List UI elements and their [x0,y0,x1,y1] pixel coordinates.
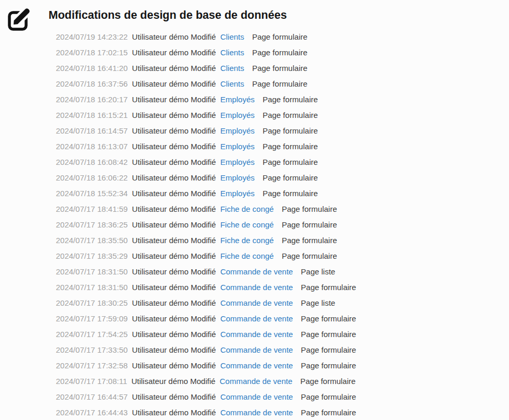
page-type: Page formulaire [282,220,337,229]
page-type: Page formulaire [301,392,356,401]
log-row: 2024/07/18 16:06:22 Utilisateur démo Mod… [56,170,505,186]
log-row: 2024/07/17 18:31:50 Utilisateur démo Mod… [56,264,505,280]
page-type: Page formulaire [252,48,307,57]
sheet-link[interactable]: Commande de vente [220,345,293,354]
log-row: 2024/07/18 16:13:07 Utilisateur démo Mod… [56,139,505,154]
page-type: Page formulaire [252,32,307,41]
user-action-text: Utilisateur démo Modifié [132,236,216,245]
log-row: 2024/07/17 17:33:50 Utilisateur démo Mod… [56,342,505,358]
log-row: 2024/07/18 16:15:21 Utilisateur démo Mod… [56,107,505,123]
sheet-link[interactable]: Fiche de congé [220,205,274,213]
user-action-text: Utilisateur démo Modifié [132,267,216,276]
sheet-link[interactable]: Employés [220,173,255,182]
user-action-text: Utilisateur démo Modifié [132,361,216,370]
timestamp: 2024/07/17 18:30:25 [56,298,128,307]
sheet-link[interactable]: Commande de vente [220,267,293,276]
log-row: 2024/07/18 16:20:17 Utilisateur démo Mod… [56,92,505,107]
user-action-text: Utilisateur démo Modifié [132,392,216,401]
page-type: Page liste [301,267,335,276]
sheet-link[interactable]: Commande de vente [220,408,293,417]
log-row: 2024/07/17 17:32:58 Utilisateur démo Mod… [56,358,505,374]
page-type: Page formulaire [263,173,318,182]
log-row: 2024/07/17 18:41:59 Utilisateur démo Mod… [56,201,505,217]
timestamp: 2024/07/17 16:44:43 [56,408,128,417]
sheet-link[interactable]: Commande de vente [220,330,293,339]
page-title: Modifications de design de base de donné… [49,9,287,22]
log-row: 2024/07/17 18:35:50 Utilisateur démo Mod… [56,233,505,248]
user-action-text: Utilisateur démo Modifié [132,95,216,104]
sheet-link[interactable]: Clients [220,64,244,73]
page-type: Page formulaire [301,345,356,354]
timestamp: 2024/07/17 18:35:50 [56,236,128,245]
user-action-text: Utilisateur démo Modifié [132,126,216,135]
timestamp: 2024/07/17 17:32:58 [56,361,128,370]
log-row: 2024/07/18 15:52:34 Utilisateur démo Mod… [56,186,505,201]
timestamp: 2024/07/17 17:54:25 [56,330,128,339]
sheet-link[interactable]: Commande de vente [220,392,293,401]
sheet-link[interactable]: Employés [220,158,255,166]
page-type: Page formulaire [301,330,356,339]
user-action-text: Utilisateur démo Modifié [132,142,216,151]
timestamp: 2024/07/18 16:41:20 [56,64,128,73]
sheet-link[interactable]: Commande de vente [220,314,293,323]
page-type: Page liste [301,298,335,307]
user-action-text: Utilisateur démo Modifié [132,314,216,323]
page-type: Page formulaire [301,361,356,370]
timestamp: 2024/07/17 18:35:29 [56,251,128,260]
sheet-link[interactable]: Fiche de congé [220,251,274,260]
log-row: 2024/07/18 16:14:57 Utilisateur démo Mod… [56,123,505,139]
page-type: Page formulaire [282,236,337,245]
user-action-text: Utilisateur démo Modifié [132,220,216,229]
sheet-link[interactable]: Fiche de congé [220,220,274,229]
timestamp: 2024/07/18 16:15:21 [56,111,128,119]
page-type: Page formulaire [263,126,318,135]
user-action-text: Utilisateur démo Modifié [132,189,216,198]
sheet-link[interactable]: Commande de vente [220,361,293,370]
sheet-link[interactable]: Employés [220,95,255,104]
sheet-link[interactable]: Employés [220,142,255,151]
timestamp: 2024/07/19 14:23:22 [56,32,128,41]
page-type: Page formulaire [263,189,318,198]
sheet-link[interactable]: Clients [220,32,244,41]
sheet-link[interactable]: Commande de vente [220,377,292,386]
page-type: Page formulaire [282,205,337,213]
page-type: Page formulaire [252,64,307,73]
user-action-text: Utilisateur démo Modifié [132,345,216,354]
timestamp: 2024/07/17 18:41:59 [56,205,128,213]
page-type: Page formulaire [263,95,318,104]
sheet-link[interactable]: Commande de vente [220,298,293,307]
timestamp: 2024/07/18 16:08:42 [56,158,128,166]
sheet-link[interactable]: Employés [220,126,255,135]
timestamp: 2024/07/18 16:37:56 [56,79,128,88]
sheet-link[interactable]: Commande de vente [220,283,293,292]
user-action-text: Utilisateur démo Modifié [132,330,216,339]
log-row: 2024/07/17 16:44:57 Utilisateur démo Mod… [56,389,505,405]
timestamp: 2024/07/17 17:59:09 [56,314,128,323]
log-row: 2024/07/18 16:37:56 Utilisateur démo Mod… [56,76,505,92]
timestamp: 2024/07/18 16:06:22 [56,173,128,182]
sheet-link[interactable]: Fiche de congé [220,236,274,245]
user-action-text: Utilisateur démo Modifié [132,251,216,260]
log-list: 2024/07/19 14:23:22 Utilisateur démo Mod… [56,29,505,420]
user-action-text: Utilisateur démo Modifié [132,298,216,307]
timestamp: 2024/07/17 17:33:50 [56,345,128,354]
page-type: Page formulaire [301,283,356,292]
timestamp: 2024/07/18 16:14:57 [56,126,128,135]
edit-icon [5,6,30,31]
sheet-link[interactable]: Clients [220,48,244,57]
user-action-text: Utilisateur démo Modifié [132,377,216,386]
user-action-text: Utilisateur démo Modifié [132,283,216,292]
sheet-link[interactable]: Employés [220,111,255,119]
log-row: 2024/07/19 14:23:22 Utilisateur démo Mod… [56,29,505,45]
log-row: 2024/07/17 18:35:29 Utilisateur démo Mod… [56,248,505,264]
page-type: Page formulaire [252,79,307,88]
user-action-text: Utilisateur démo Modifié [132,173,216,182]
sheet-link[interactable]: Clients [220,79,244,88]
timestamp: 2024/07/18 17:02:15 [56,48,128,57]
user-action-text: Utilisateur démo Modifié [132,32,216,41]
sheet-link[interactable]: Employés [220,189,255,198]
log-row: 2024/07/18 17:02:15 Utilisateur démo Mod… [56,45,505,61]
user-action-text: Utilisateur démo Modifié [132,111,216,119]
log-row: 2024/07/17 18:30:25 Utilisateur démo Mod… [56,295,505,311]
log-row: 2024/07/17 17:54:25 Utilisateur démo Mod… [56,327,505,342]
